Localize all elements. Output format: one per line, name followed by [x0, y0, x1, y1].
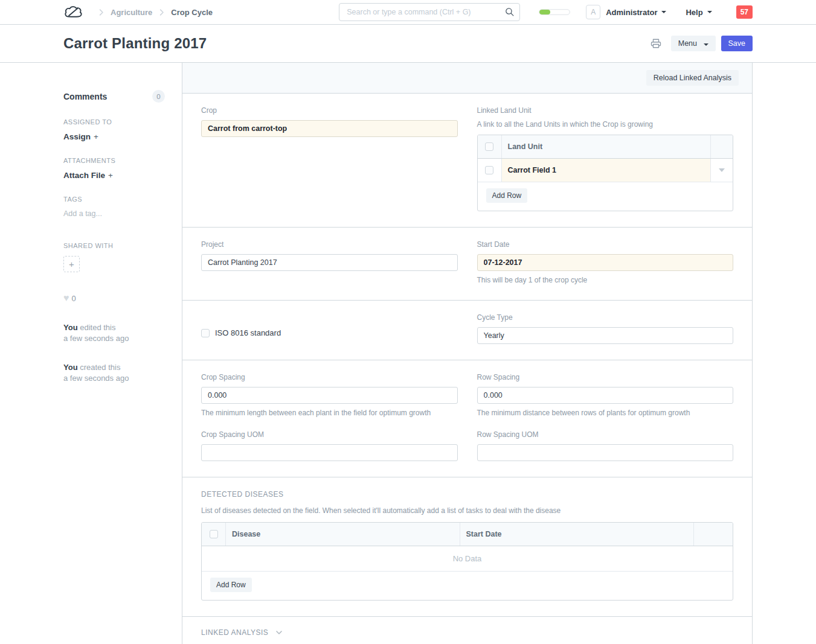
row-spacing-label: Row Spacing [477, 373, 734, 381]
section-spacing: Crop Spacing The minimum length between … [182, 360, 752, 477]
section-crop: Crop Linked Land Unit A link to all the … [182, 94, 752, 228]
form-body: Reload Linked Analysis Crop Linked Land … [182, 63, 753, 644]
like-toggle[interactable]: ♥ 0 [63, 293, 165, 304]
no-data-row: No Data [202, 546, 733, 572]
like-count: 0 [72, 294, 76, 303]
crop-spacing-uom-input[interactable] [201, 444, 458, 461]
project-label: Project [201, 240, 458, 249]
crop-spacing-label: Crop Spacing [201, 373, 458, 381]
attachments-heading: ATTACHMENTS [63, 157, 165, 164]
land-unit-grid: Land Unit Carrot Field 1 Add Row [477, 135, 734, 211]
start-date-column-header: Start Date [460, 523, 695, 546]
page-head: Carrot Planting 2017 Menu Save [0, 25, 816, 63]
form-sidebar: Comments 0 ASSIGNED TO Assign+ ATTACHMEN… [63, 63, 182, 644]
select-all-checkbox[interactable] [210, 530, 218, 538]
iso-8016-label[interactable]: ISO 8016 standard [215, 328, 281, 337]
select-all-checkbox[interactable] [485, 142, 493, 151]
comments-count-badge: 0 [152, 90, 165, 103]
notifications-badge[interactable]: 57 [736, 5, 753, 19]
progress-fill [539, 10, 550, 14]
setup-progress-bar[interactable] [539, 9, 570, 15]
activity-user: You [63, 363, 78, 372]
section-cycle: ISO 8016 standard Cycle Type [182, 301, 752, 360]
crop-label: Crop [201, 106, 458, 115]
start-date-label: Start Date [477, 240, 734, 249]
row-checkbox[interactable] [485, 166, 493, 174]
search-icon[interactable] [504, 7, 515, 19]
row-spacing-description: The minimum distance between rows of pla… [477, 409, 734, 417]
activity-action: edited this [78, 323, 116, 332]
linked-analysis-section-toggle[interactable]: LINKED ANALYSIS [182, 617, 752, 644]
cycle-type-select[interactable] [477, 327, 734, 344]
breadcrumb-module[interactable]: Agriculture [111, 8, 152, 17]
row-spacing-uom-label: Row Spacing UOM [477, 430, 734, 439]
disease-column-header: Disease [226, 523, 460, 546]
assign-button[interactable]: Assign+ [63, 132, 165, 141]
detected-diseases-heading: DETECTED DISEASES [201, 490, 733, 499]
add-tag-input[interactable]: Add a tag... [63, 209, 165, 218]
menu-button[interactable]: Menu [671, 36, 716, 51]
section-project: Project Start Date This will be day 1 of… [182, 228, 752, 301]
crop-spacing-input[interactable] [201, 387, 458, 404]
comments-link[interactable]: Comments [63, 92, 107, 101]
activity-time: a few seconds ago [63, 374, 129, 383]
app-logo-icon[interactable] [63, 5, 83, 19]
row-check-cell [478, 159, 502, 182]
avatar-letter: A [591, 8, 596, 16]
project-input[interactable] [201, 254, 458, 271]
search-input[interactable] [339, 3, 520, 21]
chevron-down-icon [704, 43, 708, 46]
crop-spacing-uom-label: Crop Spacing UOM [201, 430, 458, 439]
detected-diseases-description: List of diseases detected on the field. … [201, 506, 733, 515]
chevron-down-icon [274, 628, 284, 637]
menu-button-label: Menu [678, 39, 697, 48]
land-unit-column-header: Land Unit [502, 135, 712, 158]
select-all-cell [478, 135, 502, 158]
plus-icon: + [108, 171, 113, 180]
cycle-type-label: Cycle Type [477, 313, 734, 322]
page-title: Carrot Planting 2017 [63, 35, 207, 52]
top-navbar: Agriculture Crop Cycle A Administrator H… [0, 0, 816, 25]
activity-created: You created this a few seconds ago [63, 362, 165, 383]
print-icon[interactable] [651, 38, 661, 49]
row-spacing-input[interactable] [477, 387, 734, 404]
activity-action: created this [78, 363, 121, 372]
help-menu-label: Help [686, 8, 702, 17]
crop-input[interactable] [201, 120, 458, 137]
plus-icon: + [94, 132, 98, 141]
diseases-grid: Disease Start Date No Data Add Row [201, 522, 733, 601]
diseases-add-row-button[interactable]: Add Row [210, 578, 252, 592]
select-all-cell [202, 523, 226, 546]
section-detected-diseases: DETECTED DISEASES List of diseases detec… [182, 477, 752, 617]
row-expand-cell[interactable] [711, 159, 733, 182]
assigned-to-heading: ASSIGNED TO [63, 118, 165, 126]
land-unit-cell[interactable]: Carrot Field 1 [502, 159, 712, 182]
iso-8016-checkbox[interactable] [201, 329, 210, 337]
user-avatar[interactable]: A [586, 5, 600, 19]
caret-down-icon [719, 168, 725, 172]
plus-icon: + [69, 259, 74, 269]
reload-linked-analysis-button[interactable]: Reload Linked Analysis [646, 70, 739, 86]
row-spacing-uom-input[interactable] [477, 444, 734, 461]
land-unit-add-row-button[interactable]: Add Row [486, 188, 528, 203]
share-add-button[interactable]: + [63, 256, 80, 272]
help-menu[interactable]: Help [686, 8, 712, 17]
attach-file-label: Attach File [63, 171, 105, 180]
linked-land-unit-description: A link to all the Land Units in which th… [477, 120, 734, 129]
grid-header-spacer [694, 523, 733, 546]
save-button[interactable]: Save [721, 36, 753, 51]
tags-heading: TAGS [63, 196, 165, 203]
breadcrumb-chevron-icon [157, 8, 166, 17]
breadcrumb-doctype[interactable]: Crop Cycle [171, 8, 213, 17]
start-date-input[interactable] [477, 254, 734, 271]
chevron-down-icon [707, 11, 712, 13]
table-row: Carrot Field 1 [478, 159, 733, 182]
breadcrumb-chevron-icon [97, 8, 106, 17]
attach-file-button[interactable]: Attach File+ [63, 171, 165, 180]
user-menu[interactable]: Administrator [606, 8, 666, 17]
user-menu-label: Administrator [606, 8, 657, 17]
activity-edited: You edited this a few seconds ago [63, 322, 165, 343]
form-toolbar: Reload Linked Analysis [182, 63, 752, 94]
chevron-down-icon [661, 11, 666, 13]
linked-analysis-heading: LINKED ANALYSIS [201, 628, 268, 637]
